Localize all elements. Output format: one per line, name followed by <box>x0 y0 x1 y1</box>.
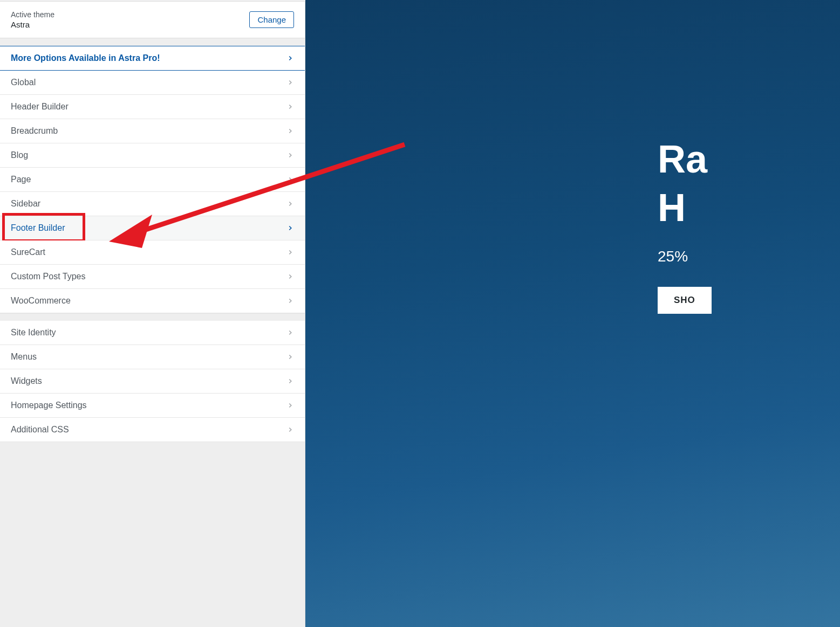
nav-label: Global <box>11 78 36 87</box>
section-divider <box>0 38 305 46</box>
nav-item-breadcrumb[interactable]: Breadcrumb <box>0 119 305 143</box>
nav-label: Widgets <box>11 376 42 386</box>
nav-label: Homepage Settings <box>11 401 87 410</box>
chevron-right-icon <box>286 127 294 135</box>
nav-label: Additional CSS <box>11 425 69 435</box>
nav-label: Menus <box>11 352 37 362</box>
nav-item-site-identity[interactable]: Site Identity <box>0 321 305 345</box>
chevron-right-icon <box>286 54 294 62</box>
nav-item-header-builder[interactable]: Header Builder <box>0 95 305 119</box>
chevron-right-icon <box>286 273 294 280</box>
nav-label: Page <box>11 175 31 184</box>
nav-label: WooCommerce <box>11 296 71 306</box>
customizer-sidebar: Active theme Astra Change More Options A… <box>0 1 305 627</box>
theme-name: Astra <box>11 20 54 29</box>
active-theme-label: Active theme <box>11 10 54 19</box>
sidebar-empty-area <box>0 442 305 627</box>
chevron-right-icon <box>286 377 294 385</box>
chevron-right-icon <box>286 426 294 433</box>
nav-item-woocommerce[interactable]: WooCommerce <box>0 289 305 313</box>
nav-item-surecart[interactable]: SureCart <box>0 240 305 265</box>
chevron-right-icon <box>286 353 294 361</box>
nav-label: Header Builder <box>11 102 69 112</box>
hero-heading-line2: H <box>658 183 712 232</box>
nav-label: SureCart <box>11 247 45 257</box>
active-theme-header: Active theme Astra Change <box>0 1 305 38</box>
hero-cta-button[interactable]: SHO <box>658 287 712 314</box>
chevron-right-icon <box>286 79 294 86</box>
nav-item-additional-css[interactable]: Additional CSS <box>0 418 305 442</box>
chevron-right-icon <box>286 249 294 256</box>
nav-label: More Options Available in Astra Pro! <box>11 53 160 63</box>
chevron-right-icon <box>286 297 294 305</box>
chevron-right-icon <box>286 151 294 159</box>
chevron-right-icon <box>286 103 294 111</box>
chevron-right-icon <box>286 224 294 232</box>
nav-label: Site Identity <box>11 328 56 337</box>
nav-item-astra-pro[interactable]: More Options Available in Astra Pro! <box>0 46 305 71</box>
chevron-right-icon <box>286 402 294 409</box>
chevron-right-icon <box>286 176 294 183</box>
nav-item-widgets[interactable]: Widgets <box>0 369 305 394</box>
nav-item-menus[interactable]: Menus <box>0 345 305 369</box>
nav-label: Sidebar <box>11 199 40 209</box>
chevron-right-icon <box>286 329 294 336</box>
nav-label: Footer Builder <box>11 223 65 233</box>
site-preview: Ra H 25% SHO <box>305 0 840 627</box>
section-divider <box>0 313 305 321</box>
nav-item-page[interactable]: Page <box>0 168 305 192</box>
chevron-right-icon <box>286 200 294 208</box>
nav-label: Breadcrumb <box>11 126 58 136</box>
nav-item-custom-post-types[interactable]: Custom Post Types <box>0 265 305 289</box>
nav-item-sidebar[interactable]: Sidebar <box>0 192 305 216</box>
nav-item-global[interactable]: Global <box>0 71 305 95</box>
hero-heading-line1: Ra <box>658 135 712 183</box>
nav-label: Custom Post Types <box>11 272 85 281</box>
nav-label: Blog <box>11 150 28 160</box>
change-theme-button[interactable]: Change <box>249 11 294 28</box>
nav-item-homepage-settings[interactable]: Homepage Settings <box>0 394 305 418</box>
customizer-sections: More Options Available in Astra Pro! Glo… <box>0 46 305 442</box>
nav-item-blog[interactable]: Blog <box>0 143 305 168</box>
hero-subtitle: 25% <box>658 248 712 265</box>
nav-item-footer-builder[interactable]: Footer Builder <box>0 216 305 240</box>
